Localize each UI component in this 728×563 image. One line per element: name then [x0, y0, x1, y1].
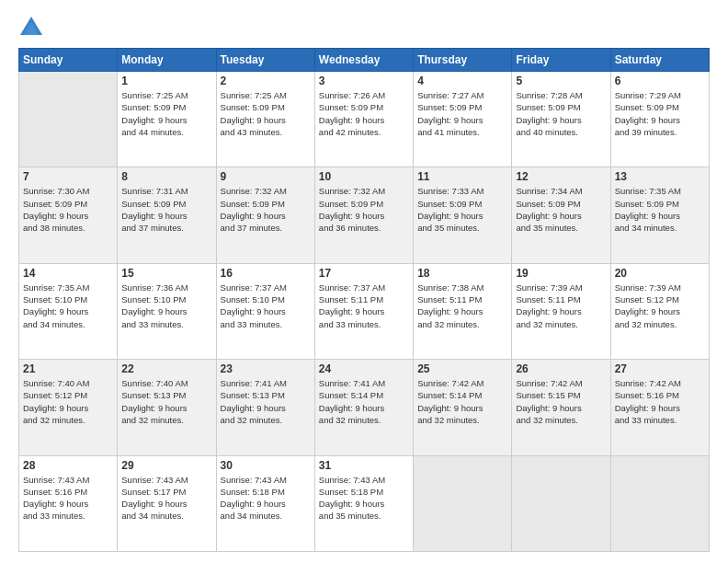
calendar-cell: 8Sunrise: 7:31 AMSunset: 5:09 PMDaylight…: [118, 167, 216, 263]
logo-icon: [18, 15, 44, 40]
calendar-cell: 27Sunrise: 7:42 AMSunset: 5:16 PMDayligh…: [610, 360, 709, 455]
calendar-cell: 4Sunrise: 7:27 AMSunset: 5:09 PMDaylight…: [414, 72, 512, 167]
day-number: 15: [121, 267, 211, 280]
calendar-cell: 10Sunrise: 7:32 AMSunset: 5:09 PMDayligh…: [314, 167, 413, 263]
day-number: 6: [615, 75, 705, 87]
calendar-cell: 3Sunrise: 7:26 AMSunset: 5:09 PMDaylight…: [314, 72, 413, 167]
day-info: Sunrise: 7:42 AMSunset: 5:15 PMDaylight:…: [516, 377, 606, 426]
day-number: 12: [516, 170, 606, 183]
calendar-cell: 31Sunrise: 7:43 AMSunset: 5:18 PMDayligh…: [314, 455, 413, 551]
weekday-header-thursday: Thursday: [414, 49, 512, 72]
calendar-week-4: 21Sunrise: 7:40 AMSunset: 5:12 PMDayligh…: [19, 360, 710, 455]
calendar-week-5: 28Sunrise: 7:43 AMSunset: 5:16 PMDayligh…: [19, 455, 710, 551]
day-info: Sunrise: 7:26 AMSunset: 5:09 PMDaylight:…: [319, 89, 409, 138]
calendar-cell: 20Sunrise: 7:39 AMSunset: 5:12 PMDayligh…: [610, 263, 709, 359]
day-number: 25: [417, 362, 507, 375]
day-info: Sunrise: 7:41 AMSunset: 5:14 PMDaylight:…: [319, 377, 409, 426]
calendar-cell: 12Sunrise: 7:34 AMSunset: 5:09 PMDayligh…: [512, 167, 610, 263]
day-info: Sunrise: 7:35 AMSunset: 5:09 PMDaylight:…: [615, 185, 705, 234]
day-info: Sunrise: 7:37 AMSunset: 5:11 PMDaylight:…: [319, 282, 409, 330]
calendar-cell: [19, 72, 118, 167]
weekday-header-row: SundayMondayTuesdayWednesdayThursdayFrid…: [19, 49, 710, 72]
calendar-cell: 14Sunrise: 7:35 AMSunset: 5:10 PMDayligh…: [19, 263, 118, 359]
calendar-cell: 16Sunrise: 7:37 AMSunset: 5:10 PMDayligh…: [216, 263, 314, 359]
calendar-cell: 9Sunrise: 7:32 AMSunset: 5:09 PMDaylight…: [216, 167, 314, 263]
calendar-cell: [414, 455, 512, 551]
calendar-cell: 2Sunrise: 7:25 AMSunset: 5:09 PMDaylight…: [216, 72, 314, 167]
header: [18, 15, 710, 40]
calendar-week-3: 14Sunrise: 7:35 AMSunset: 5:10 PMDayligh…: [19, 263, 710, 359]
calendar-cell: 7Sunrise: 7:30 AMSunset: 5:09 PMDaylight…: [19, 167, 118, 263]
day-number: 10: [319, 170, 409, 183]
calendar-cell: 30Sunrise: 7:43 AMSunset: 5:18 PMDayligh…: [216, 455, 314, 551]
calendar-cell: 18Sunrise: 7:38 AMSunset: 5:11 PMDayligh…: [414, 263, 512, 359]
calendar-cell: 29Sunrise: 7:43 AMSunset: 5:17 PMDayligh…: [118, 455, 216, 551]
day-number: 22: [121, 362, 211, 375]
calendar-table: SundayMondayTuesdayWednesdayThursdayFrid…: [18, 48, 710, 552]
day-info: Sunrise: 7:43 AMSunset: 5:18 PMDaylight:…: [319, 474, 409, 523]
day-info: Sunrise: 7:28 AMSunset: 5:09 PMDaylight:…: [516, 89, 606, 138]
calendar-cell: 13Sunrise: 7:35 AMSunset: 5:09 PMDayligh…: [610, 167, 709, 263]
day-info: Sunrise: 7:33 AMSunset: 5:09 PMDaylight:…: [417, 185, 507, 234]
day-number: 24: [319, 362, 409, 375]
weekday-header-wednesday: Wednesday: [314, 49, 413, 72]
day-number: 3: [319, 75, 409, 87]
day-number: 4: [417, 75, 507, 87]
weekday-header-monday: Monday: [118, 49, 216, 72]
day-info: Sunrise: 7:39 AMSunset: 5:12 PMDaylight:…: [615, 282, 705, 330]
day-number: 9: [221, 170, 311, 183]
day-info: Sunrise: 7:25 AMSunset: 5:09 PMDaylight:…: [221, 89, 311, 138]
logo: [18, 15, 48, 40]
calendar-cell: [512, 455, 610, 551]
day-number: 1: [121, 75, 211, 87]
day-number: 23: [221, 362, 311, 375]
day-number: 7: [23, 170, 113, 183]
day-number: 19: [516, 267, 606, 280]
calendar-cell: 23Sunrise: 7:41 AMSunset: 5:13 PMDayligh…: [216, 360, 314, 455]
day-number: 31: [319, 459, 409, 472]
day-number: 27: [615, 362, 705, 375]
weekday-header-saturday: Saturday: [610, 49, 709, 72]
calendar-cell: 22Sunrise: 7:40 AMSunset: 5:13 PMDayligh…: [118, 360, 216, 455]
calendar-cell: 28Sunrise: 7:43 AMSunset: 5:16 PMDayligh…: [19, 455, 118, 551]
calendar-cell: 15Sunrise: 7:36 AMSunset: 5:10 PMDayligh…: [118, 263, 216, 359]
page: SundayMondayTuesdayWednesdayThursdayFrid…: [0, 0, 728, 563]
day-number: 30: [221, 459, 311, 472]
day-number: 8: [121, 170, 211, 183]
calendar-cell: 25Sunrise: 7:42 AMSunset: 5:14 PMDayligh…: [414, 360, 512, 455]
weekday-header-tuesday: Tuesday: [216, 49, 314, 72]
day-info: Sunrise: 7:43 AMSunset: 5:17 PMDaylight:…: [121, 474, 211, 523]
calendar-cell: 26Sunrise: 7:42 AMSunset: 5:15 PMDayligh…: [512, 360, 610, 455]
day-number: 13: [615, 170, 705, 183]
weekday-header-sunday: Sunday: [19, 49, 118, 72]
day-info: Sunrise: 7:34 AMSunset: 5:09 PMDaylight:…: [516, 185, 606, 234]
day-number: 14: [23, 267, 113, 280]
day-info: Sunrise: 7:40 AMSunset: 5:12 PMDaylight:…: [23, 377, 113, 426]
calendar-week-2: 7Sunrise: 7:30 AMSunset: 5:09 PMDaylight…: [19, 167, 710, 263]
day-info: Sunrise: 7:42 AMSunset: 5:14 PMDaylight:…: [417, 377, 507, 426]
day-info: Sunrise: 7:38 AMSunset: 5:11 PMDaylight:…: [417, 282, 507, 330]
day-number: 18: [417, 267, 507, 280]
day-number: 28: [23, 459, 113, 472]
day-info: Sunrise: 7:37 AMSunset: 5:10 PMDaylight:…: [221, 282, 311, 330]
calendar-cell: 6Sunrise: 7:29 AMSunset: 5:09 PMDaylight…: [610, 72, 709, 167]
day-number: 2: [221, 75, 311, 87]
calendar-cell: 1Sunrise: 7:25 AMSunset: 5:09 PMDaylight…: [118, 72, 216, 167]
day-info: Sunrise: 7:40 AMSunset: 5:13 PMDaylight:…: [121, 377, 211, 426]
calendar-cell: 19Sunrise: 7:39 AMSunset: 5:11 PMDayligh…: [512, 263, 610, 359]
day-number: 20: [615, 267, 705, 280]
calendar-cell: 24Sunrise: 7:41 AMSunset: 5:14 PMDayligh…: [314, 360, 413, 455]
calendar-cell: 5Sunrise: 7:28 AMSunset: 5:09 PMDaylight…: [512, 72, 610, 167]
day-info: Sunrise: 7:31 AMSunset: 5:09 PMDaylight:…: [121, 185, 211, 234]
day-info: Sunrise: 7:39 AMSunset: 5:11 PMDaylight:…: [516, 282, 606, 330]
day-number: 5: [516, 75, 606, 87]
calendar-cell: [610, 455, 709, 551]
day-info: Sunrise: 7:32 AMSunset: 5:09 PMDaylight:…: [319, 185, 409, 234]
calendar-cell: 17Sunrise: 7:37 AMSunset: 5:11 PMDayligh…: [314, 263, 413, 359]
calendar-cell: 21Sunrise: 7:40 AMSunset: 5:12 PMDayligh…: [19, 360, 118, 455]
day-info: Sunrise: 7:36 AMSunset: 5:10 PMDaylight:…: [121, 282, 211, 330]
calendar-week-1: 1Sunrise: 7:25 AMSunset: 5:09 PMDaylight…: [19, 72, 710, 167]
day-number: 11: [417, 170, 507, 183]
day-info: Sunrise: 7:25 AMSunset: 5:09 PMDaylight:…: [121, 89, 211, 138]
day-info: Sunrise: 7:43 AMSunset: 5:16 PMDaylight:…: [23, 474, 113, 523]
